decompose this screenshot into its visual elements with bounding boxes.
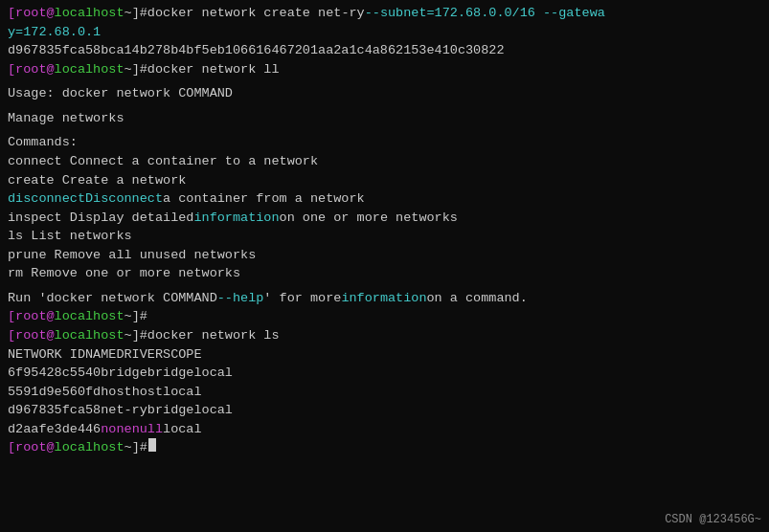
run-help-info: information	[341, 289, 426, 308]
prompt-root: [root@	[8, 4, 55, 23]
cmd-ll: docker network ll	[147, 60, 280, 79]
prompt-root3: [root@	[8, 307, 55, 326]
terminal-window: [root@localhost ~]# docker network creat…	[0, 0, 769, 461]
prune-cmd: prune Remove all unused networks	[8, 246, 256, 265]
disconnect-cmd: disconnect	[8, 189, 85, 209]
table-row-bridge: 6f95428c5540 bridge bridge local	[8, 364, 761, 383]
row-bridge-scope: local	[193, 364, 233, 383]
row-bridge-driver: bridge	[147, 364, 194, 383]
line-create: create Create a network	[8, 171, 761, 190]
prompt-host2: localhost	[55, 60, 124, 79]
table-header-row: NETWORK ID NAME DRIVER SCOPE	[8, 345, 761, 365]
line-create-command-cont: y=172.68.0.1	[8, 23, 761, 42]
line-rm: rm Remove one or more networks	[8, 264, 761, 283]
row-netry-name: net-ry	[101, 401, 147, 420]
row-bridge-name: bridge	[101, 364, 147, 383]
manage-networks-text: Manage networks	[8, 109, 124, 128]
row-none-name: none	[101, 420, 131, 439]
disconnect-desc-rest: a container from a network	[163, 189, 365, 209]
line-prune: prune Remove all unused networks	[8, 246, 761, 265]
run-help-flag: --help	[217, 289, 264, 308]
row-bridge-id: 6f95428c5540	[8, 364, 101, 383]
line-hash-output: d967835fca58bca14b278b4bf5eb106616467201…	[8, 41, 761, 60]
hash-value: d967835fca58bca14b278b4bf5eb106616467201…	[8, 41, 504, 60]
row-none-driver: null	[132, 420, 163, 439]
line-empty-prompt: [root@localhost ~]#	[8, 307, 761, 326]
prompt-path2: ~]#	[124, 60, 147, 79]
row-netry-scope: local	[193, 401, 233, 420]
line-connect: connect Connect a container to a network	[8, 152, 761, 171]
connect-cmd: connect Connect a container to a network	[8, 152, 318, 171]
prompt-host: localhost	[55, 4, 124, 23]
row-none-scope: local	[163, 420, 202, 439]
run-help-after: on a command.	[427, 289, 528, 308]
row-none-id: d2aafe3de446	[8, 420, 101, 439]
run-help-before: Run 'docker network COMMAND	[8, 289, 217, 308]
prompt-root2: [root@	[8, 60, 55, 79]
rm-cmd: rm Remove one or more networks	[8, 264, 240, 283]
watermark-text: CSDN @123456G~	[665, 513, 761, 526]
disconnect-desc-cyan: Disconnect	[85, 189, 163, 209]
cmd-network-ls: docker network ls	[147, 326, 280, 345]
run-help-middle: ' for more	[263, 289, 341, 308]
inspect-desc-rest: on one or more networks	[280, 209, 458, 228]
col-driver-header: DRIVER	[116, 345, 163, 365]
line-commands-header: Commands:	[8, 133, 761, 152]
cursor-block	[148, 438, 156, 452]
prompt-root4: [root@	[8, 326, 55, 345]
row-netry-driver: bridge	[147, 401, 194, 420]
line-final-prompt: [root@localhost ~]#	[8, 438, 761, 457]
prompt-path: ~]#	[124, 4, 147, 23]
create-cmd: create Create a network	[8, 171, 186, 190]
line-usage: Usage: docker network COMMAND	[8, 84, 761, 103]
ls-cmd: ls List networks	[8, 227, 132, 246]
line-network-ls-command: [root@localhost ~]# docker network ls	[8, 326, 761, 345]
cmd-text: docker network create net-ry	[147, 4, 365, 23]
row-host-name: host	[101, 383, 131, 402]
table-row-host: 5591d9e560fd host host local	[8, 383, 761, 402]
usage-text: Usage: docker network COMMAND	[8, 84, 233, 103]
line-run-help: Run 'docker network COMMAND --help' for …	[8, 289, 761, 308]
col-network-id-header: NETWORK ID	[8, 345, 85, 365]
col-name-header: NAME	[85, 345, 116, 365]
row-netry-id: d967835fca58	[8, 401, 101, 420]
cmd-flags-cont: y=172.68.0.1	[8, 23, 101, 42]
prompt-host4: localhost	[55, 326, 124, 345]
row-host-id: 5591d9e560fd	[8, 383, 101, 402]
line-ll-command: [root@localhost ~]# docker network ll	[8, 60, 761, 79]
cmd-flags: --subnet=172.68.0.0/16 --gatewa	[365, 4, 605, 23]
table-row-none: d2aafe3de446 none null local	[8, 420, 761, 439]
inspect-cmd: inspect Display detailed	[8, 209, 193, 228]
prompt-path5: ~]#	[124, 438, 147, 457]
col-scope-header: SCOPE	[163, 345, 202, 365]
prompt-path3: ~]#	[124, 307, 147, 326]
line-inspect: inspect Display detailed information on …	[8, 209, 761, 228]
row-host-driver: host	[132, 383, 163, 402]
table-row-net-ry: d967835fca58 net-ry bridge local	[8, 401, 761, 420]
line-ls: ls List networks	[8, 227, 761, 246]
line-create-command: [root@localhost ~]# docker network creat…	[8, 4, 761, 23]
prompt-host5: localhost	[55, 438, 124, 457]
row-host-scope: local	[163, 383, 202, 402]
line-disconnect: disconnect Disconnect a container from a…	[8, 189, 761, 209]
line-manage-networks: Manage networks	[8, 109, 761, 128]
prompt-host3: localhost	[55, 307, 124, 326]
prompt-path4: ~]#	[124, 326, 147, 345]
prompt-root5: [root@	[8, 438, 55, 457]
inspect-info-cyan: information	[193, 209, 279, 228]
commands-header-text: Commands:	[8, 133, 78, 152]
